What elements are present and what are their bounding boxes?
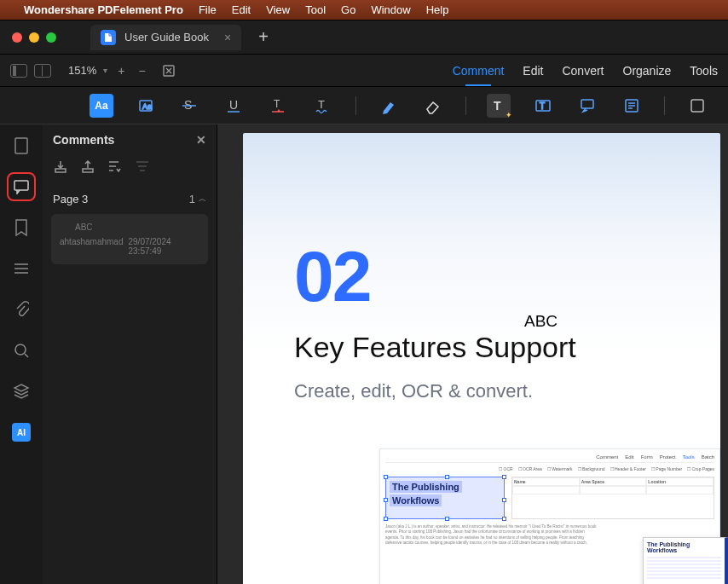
zoom-out-button[interactable]: − <box>135 64 148 78</box>
collapse-icon: ︿ <box>199 194 206 205</box>
comment-author: ahtashamahmad <box>60 237 124 256</box>
svg-text:S: S <box>184 98 192 112</box>
close-panel-icon[interactable]: ✕ <box>196 133 206 147</box>
svg-rect-26 <box>55 169 66 172</box>
left-sidebar: AI <box>0 124 43 584</box>
action-tools[interactable]: Tools <box>690 64 718 78</box>
page-heading: Key Features Support <box>294 331 576 364</box>
comment-card[interactable]: ABC ahtashamahmad 29/07/2024 23:57:49 <box>51 214 208 264</box>
new-tab-button[interactable]: + <box>258 27 269 47</box>
svg-rect-27 <box>83 169 93 172</box>
document-canvas[interactable]: 02 ABC Key Features Support Create, edit… <box>217 124 728 584</box>
layout-facing-button[interactable] <box>34 64 51 78</box>
highlight-tool[interactable]: Aa <box>90 94 113 118</box>
callout-tool[interactable] <box>575 94 599 118</box>
svg-text:U: U <box>229 98 238 112</box>
layers-icon[interactable] <box>12 382 31 401</box>
outline-icon[interactable] <box>12 259 31 278</box>
comments-icon[interactable] <box>12 177 31 196</box>
section-number: 02 <box>294 235 370 318</box>
menu-tool[interactable]: Tool <box>305 3 326 16</box>
page-subheading: Create, edit, OCR & convert. <box>294 380 533 402</box>
comment-toolbar: Aa Aa S U T T T✦ T <box>0 87 728 124</box>
strikethrough-tool[interactable]: S <box>178 94 202 118</box>
search-icon[interactable] <box>12 341 31 360</box>
caret-tool[interactable]: T <box>267 94 291 118</box>
attachments-icon[interactable] <box>12 300 31 319</box>
window-controls <box>12 32 56 43</box>
page-group-header[interactable]: Page 3 1 ︿ <box>43 184 217 214</box>
sort-comments-icon[interactable] <box>107 159 123 174</box>
svg-text:Aa: Aa <box>142 102 152 111</box>
close-window-button[interactable] <box>12 32 22 43</box>
filter-comments-icon[interactable] <box>135 159 150 174</box>
macos-menubar: Wondershare PDFelement Pro File Edit Vie… <box>0 0 728 20</box>
svg-rect-13 <box>581 100 593 108</box>
menu-edit[interactable]: Edit <box>232 3 251 16</box>
squiggly-tool[interactable]: T <box>311 94 335 118</box>
marker-tool[interactable] <box>377 94 401 118</box>
svg-rect-20 <box>14 181 28 190</box>
ai-button[interactable]: AI <box>12 423 31 442</box>
svg-rect-18 <box>691 100 703 112</box>
top-toolbar: 151% ▾ + − Comment Edit Convert Organize… <box>0 55 728 87</box>
eraser-tool[interactable] <box>421 94 445 118</box>
pdf-tab-icon <box>101 30 116 45</box>
selected-text-box: The Publishing Workflows <box>385 477 505 519</box>
textbox-tool[interactable]: T <box>531 94 555 118</box>
menu-window[interactable]: Window <box>371 3 410 16</box>
text-annotation[interactable]: ABC <box>524 312 558 331</box>
comment-timestamp: 29/07/2024 23:57:49 <box>129 237 200 256</box>
thumbnails-icon[interactable] <box>12 136 31 155</box>
bookmarks-icon[interactable] <box>12 218 31 237</box>
app-name[interactable]: Wondershare PDFelement Pro <box>24 3 183 16</box>
svg-text:T: T <box>318 98 325 111</box>
zoom-value[interactable]: 151% <box>68 64 96 77</box>
shape-tool[interactable] <box>685 94 709 118</box>
note-tool[interactable] <box>620 94 644 118</box>
svg-rect-19 <box>15 138 27 153</box>
svg-text:T: T <box>494 99 501 113</box>
zoom-dropdown-icon[interactable]: ▾ <box>103 66 107 75</box>
panel-title: Comments <box>53 133 114 147</box>
action-edit[interactable]: Edit <box>523 64 543 78</box>
svg-text:T: T <box>274 98 280 110</box>
page-label: Page 3 <box>53 193 88 205</box>
menu-go[interactable]: Go <box>341 3 355 16</box>
comments-panel: Comments ✕ Page 3 1 ︿ ABC ahtashamahmad … <box>43 124 217 584</box>
menu-help[interactable]: Help <box>426 3 449 16</box>
svg-text:T: T <box>540 101 545 111</box>
action-comment[interactable]: Comment <box>453 64 505 78</box>
text-comment-tool[interactable]: T✦ <box>487 94 511 118</box>
menu-file[interactable]: File <box>199 3 217 16</box>
comment-content: ABC <box>75 223 199 232</box>
thumbnail-preview: The Publishing Workflows <box>643 537 728 584</box>
tab-title: User Guide Book <box>124 31 209 43</box>
area-tool[interactable]: Aa <box>134 94 158 118</box>
fit-page-icon[interactable] <box>161 63 176 78</box>
embedded-screenshot: Comment Edit Form Protect Tools Batch ☐ … <box>379 448 720 584</box>
document-tab[interactable]: User Guide Book × <box>90 25 241 50</box>
window-titlebar: User Guide Book × + <box>0 20 728 55</box>
menu-view[interactable]: View <box>266 3 290 16</box>
action-convert[interactable]: Convert <box>562 64 604 78</box>
minimize-window-button[interactable] <box>29 32 39 43</box>
layout-single-button[interactable] <box>10 64 27 78</box>
lorem-text: Jason (aka J.L.) is an author, speaker, … <box>385 524 598 546</box>
svg-line-25 <box>25 354 28 357</box>
zoom-in-button[interactable]: + <box>114 64 128 78</box>
underline-tool[interactable]: U <box>222 94 246 118</box>
maximize-window-button[interactable] <box>46 32 56 43</box>
action-organize[interactable]: Organize <box>623 64 672 78</box>
pdf-page: 02 ABC Key Features Support Create, edit… <box>243 133 720 584</box>
close-tab-icon[interactable]: × <box>224 31 231 44</box>
import-comments-icon[interactable] <box>53 159 68 174</box>
export-comments-icon[interactable] <box>80 159 95 174</box>
svg-point-24 <box>15 344 26 355</box>
